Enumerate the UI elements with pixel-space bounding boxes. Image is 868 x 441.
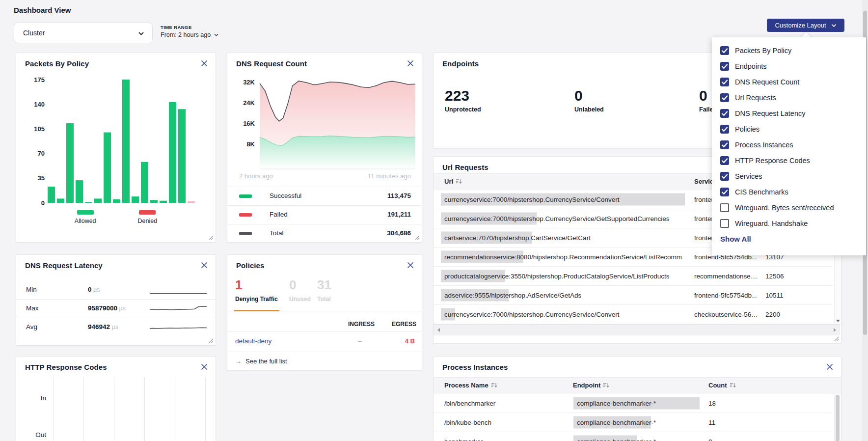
customize-layout-button[interactable]: Customize Layout [767, 19, 844, 32]
show-all-link[interactable]: Show All [720, 235, 751, 243]
menu-item-process-instances[interactable]: Process Instances [712, 137, 866, 153]
legend-label: Total [270, 229, 284, 237]
scroll-right-arrow-icon[interactable] [834, 328, 836, 332]
latency-unit: µs [92, 286, 100, 293]
view-selector[interactable]: Cluster [14, 23, 153, 43]
checkbox-unchecked-icon[interactable] [720, 219, 729, 228]
resize-handle[interactable] [415, 235, 420, 240]
menu-item-endpoints[interactable]: Endpoints [712, 58, 866, 74]
menu-item-dns-request-count[interactable]: DNS Request Count [712, 74, 866, 90]
bar-allowed [94, 198, 102, 203]
card-title: DNS Request Latency [25, 261, 103, 270]
resize-handle[interactable] [209, 235, 214, 240]
time-range-label: TIME RANGE [161, 25, 218, 30]
policy-stat-tab-denying-traffic[interactable]: 1Denying Traffic [235, 278, 278, 303]
card-title: Endpoints [442, 59, 479, 68]
menu-item-wireguard-handshake[interactable]: Wireguard. Handshake [712, 216, 866, 231]
column-header-endpoint[interactable]: Endpoint [573, 382, 609, 389]
packets-legend: AllowedDenied [16, 210, 216, 224]
dns-legend-row-total: Total304,686 [227, 224, 422, 243]
checkbox-checked-icon[interactable] [720, 156, 729, 165]
resize-handle[interactable] [834, 336, 839, 341]
search-highlight [441, 193, 685, 206]
close-icon[interactable] [826, 363, 834, 371]
sort-icon [730, 383, 736, 388]
close-icon[interactable] [200, 59, 208, 67]
search-highlight [441, 308, 455, 321]
bar-allowed [85, 202, 92, 203]
checkbox-checked-icon[interactable] [720, 109, 729, 118]
checkbox-checked-icon[interactable] [720, 93, 729, 102]
column-header-url[interactable]: Url [444, 178, 462, 185]
card-title: Url Requests [442, 163, 488, 171]
checkbox-checked-icon[interactable] [720, 172, 729, 181]
checkbox-checked-icon[interactable] [720, 46, 729, 55]
policy-name-link[interactable]: default-deny [235, 337, 271, 345]
menu-item-services[interactable]: Services [712, 168, 866, 184]
sort-icon [603, 383, 609, 388]
menu-item-policies[interactable]: Policies [712, 121, 866, 137]
card-title: HTTP Response Codes [25, 363, 107, 371]
close-icon[interactable] [200, 363, 208, 371]
policy-egress-value: 4 B [405, 337, 415, 345]
scroll-left-arrow-icon[interactable] [437, 328, 440, 332]
chevron-down-icon [214, 33, 218, 37]
checkbox-checked-icon[interactable] [720, 140, 729, 149]
url-table-horizontal-scrollbar[interactable] [434, 324, 840, 335]
checkbox-checked-icon[interactable] [720, 62, 729, 71]
close-icon[interactable] [200, 261, 208, 269]
sort-icon [491, 383, 497, 388]
process-table-body: /bin/benchmarkercompliance-benchmarker-*… [434, 394, 832, 441]
menu-item-cis-benchmarks[interactable]: CIS Benchmarks [712, 184, 866, 200]
column-header-ingress: INGRESS [345, 321, 375, 328]
checkbox-checked-icon[interactable] [720, 125, 729, 134]
legend-item-allowed: Allowed [75, 210, 96, 224]
checkbox-checked-icon[interactable] [720, 188, 729, 196]
time-range: TIME RANGE From: 2 hours ago [161, 25, 218, 38]
latency-row-max: Max95879000 µs [16, 299, 216, 318]
customize-layout-menu: Packets By PolicyEndpointsDNS Request Co… [712, 37, 866, 255]
menu-item-url-requests[interactable]: Url Requests [712, 90, 866, 106]
see-full-list-link[interactable]: →See the full list [235, 358, 287, 365]
checkbox-unchecked-icon[interactable] [720, 203, 729, 212]
policy-row: default-deny – 4 B [227, 331, 422, 352]
policy-stat-tab-unused[interactable]: 0Unused [289, 278, 311, 303]
svg-text:175: 175 [34, 76, 45, 83]
legend-label: Allowed [75, 218, 96, 224]
checkbox-checked-icon[interactable] [720, 78, 729, 86]
column-header-process-name[interactable]: Process Name [444, 382, 497, 389]
url-cell: recommendationservice:8080/hipstershop.R… [444, 253, 682, 261]
service-cell: frontend-5fc5754db… [694, 292, 757, 299]
stat-label: Unlabeled [574, 106, 604, 113]
card-packets-by-policy: Packets By Policy 03570105140175 Allowed… [16, 53, 216, 243]
search-highlight [441, 289, 509, 302]
card-process-instances: Process Instances Process Name Endpoint … [433, 356, 841, 441]
legend-swatch [239, 213, 252, 217]
menu-item-dns-request-latency[interactable]: DNS Request Latency [712, 106, 866, 121]
process-table-vertical-scrollbar[interactable] [834, 394, 841, 441]
column-header-count[interactable]: Count [708, 382, 736, 389]
latency-unit: µs [110, 324, 118, 331]
url-cell: currencyservice:7000/hipstershop.Currenc… [444, 311, 619, 318]
close-icon[interactable] [407, 59, 414, 67]
menu-item-http-response-codes[interactable]: HTTP Response Codes [712, 153, 866, 168]
url-table-row: adservice:9555/hipstershop.AdService/Get… [434, 286, 832, 305]
legend-item-denied: Denied [138, 210, 158, 224]
svg-text:105: 105 [34, 125, 45, 133]
scrollbar-thumb[interactable] [836, 395, 840, 441]
search-highlight [441, 270, 505, 282]
stat-label: Unprotected [445, 106, 481, 113]
menu-item-wireguard-bytes-sent-received[interactable]: Wireguard. Bytes sent/received [712, 200, 866, 216]
menu-item-packets-by-policy[interactable]: Packets By Policy [712, 43, 866, 58]
policy-stat-tab-total[interactable]: 31Total [317, 278, 331, 303]
process-name-cell: /bin/kube-bench [444, 419, 491, 426]
latency-value: 95879000 µs [88, 304, 126, 312]
count-cell: 2200 [765, 311, 780, 318]
resize-handle[interactable] [209, 338, 214, 343]
latency-rows: Min0 µsMax95879000 µsAvg946942 µs [16, 281, 216, 336]
time-range-from[interactable]: From: 2 hours ago [161, 31, 218, 38]
scroll-down-arrow-icon[interactable] [836, 320, 840, 322]
legend-swatch [139, 210, 156, 215]
close-icon[interactable] [407, 261, 414, 269]
menu-item-label: Wireguard. Bytes sent/received [735, 204, 834, 212]
